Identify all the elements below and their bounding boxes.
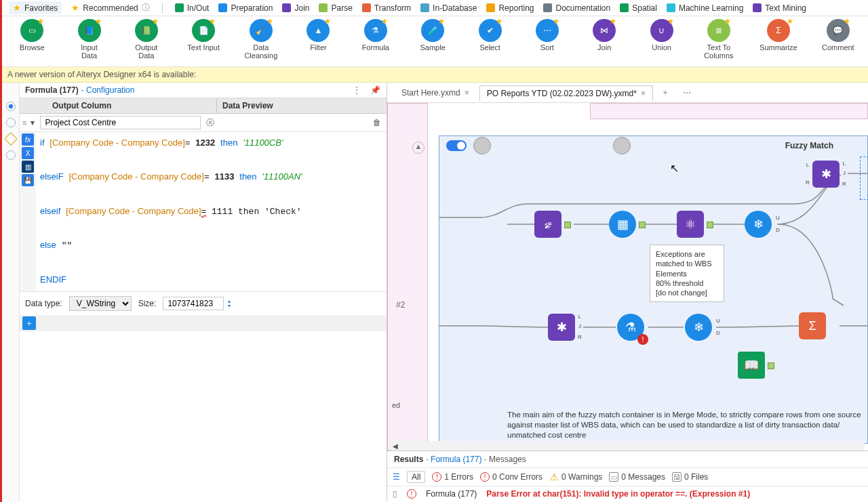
output-column-header: Output Column [47,98,217,113]
list-view-icon[interactable]: ☰ [393,472,400,482]
output-column-input[interactable] [40,116,200,129]
filter-warnings[interactable]: ⚠0 Warnings [549,472,602,482]
tool-join[interactable]: ★⋈Join [588,19,620,51]
avatar [613,137,631,154]
tab-label: Start Here.yxmd [401,88,460,98]
datatype-select[interactable]: V_WString [69,296,132,311]
filter-conv-errors[interactable]: !0 Conv Errors [480,472,542,482]
tool-outputdata[interactable]: ★📗Output Data [130,19,163,60]
kebab-icon[interactable]: ⋮ [353,85,363,95]
tab-po-reports[interactable]: PO Reports YTD (02.02.2023 DW).yxmd* × [479,85,653,101]
category-inout[interactable]: In/Out [175,3,210,13]
fuzzy-match-node[interactable]: ⚛ [677,211,704,238]
container-title: Fuzzy Match [785,141,833,150]
tool-formula[interactable]: ★⚗Formula [359,19,392,51]
drag-handle-icon[interactable]: ≡ [22,119,25,127]
category-transform[interactable]: Transform [362,3,411,13]
fx-icon[interactable]: fx [22,133,34,146]
horizontal-scrollbar[interactable]: ◀ [390,441,865,451]
circle-icon[interactable] [6,118,16,127]
error-icon: ! [407,489,416,499]
tool-textinput[interactable]: ★📄Text Input [187,19,220,51]
variable-icon[interactable]: X [22,147,34,159]
tool-inputdata[interactable]: ★📘Input Data [73,19,105,60]
add-expression-button[interactable]: ＋ [22,316,36,330]
tool-texttocolumns[interactable]: ★≣Text To Columns [703,19,735,60]
results-pane: Results - Formula (177) - Messages ☰ All… [387,451,868,501]
tool-datacleansing[interactable]: ★🧹Data Cleansing [244,19,277,60]
tool-browse[interactable]: ★▭Browse [16,19,48,51]
truncated-text: ed [392,401,400,409]
data-cleansing-node[interactable]: ▦ [609,211,636,238]
tool-sort[interactable]: ★⋯Sort [531,19,564,51]
filter-errors[interactable]: !1 Errors [432,472,473,482]
tool-select[interactable]: ★✔Select [473,19,506,51]
anchor-hash: #2 [396,300,405,310]
tab-label: PO Reports YTD (02.02.2023 DW).yxmd* [487,89,637,98]
close-icon[interactable]: × [465,88,469,98]
update-banner[interactable]: A newer version of Alteryx Designer x64 … [2,67,868,83]
category-spatial[interactable]: Spatial [620,3,657,13]
tag-icon[interactable] [4,132,18,146]
tool-ribbon: ★▭Browse★📘Input Data★📗Output Data★📄Text … [2,16,868,67]
category-parse[interactable]: Parse [319,3,352,13]
filter-messages[interactable]: ▭0 Messages [609,472,665,482]
category-machinelearning[interactable]: Machine Learning [667,3,743,13]
container-caption: The main aim of the fuzzy match containe… [507,410,865,440]
gear-icon[interactable] [6,102,16,111]
error-badge-icon: ! [637,334,648,345]
size-input[interactable] [163,297,224,310]
filter-all-button[interactable]: All [407,471,425,483]
category-recommended[interactable]: ★Recommended ⓘ [71,2,149,14]
new-tab-button[interactable]: ＋ [656,84,675,101]
results-title: Results [394,455,423,464]
collapse-arrow-icon[interactable]: ▲ [412,142,425,154]
category-preparation[interactable]: Preparation [218,3,273,13]
formula-tool-node[interactable]: ⚗ ! [617,314,644,341]
tab-overflow-button[interactable]: ⋯ [677,85,696,100]
size-label: Size: [138,299,157,308]
category-reporting[interactable]: Reporting [486,3,534,13]
tool-union[interactable]: ★∪Union [645,19,677,51]
tool-summarize[interactable]: ★ΣSummarize [760,19,797,51]
info-icon[interactable] [6,150,16,160]
trash-icon[interactable]: 🗑 [373,118,381,127]
category-documentation[interactable]: Documentation [543,3,610,13]
unique-tool-node[interactable]: ❄ U D [685,314,712,341]
result-row[interactable]: ▯ ! Formula (177) Parse Error at char(15… [387,486,868,501]
join-tool-node[interactable]: ✱ L J R [548,314,575,341]
category-textmining[interactable]: Text Mining [753,3,806,13]
tool-comment[interactable]: ★💬Comment [822,19,854,51]
container-toggle[interactable] [446,140,467,151]
canvas-top-zone [590,103,868,119]
summarize-tool-node[interactable]: Σ [799,312,826,339]
size-spinner[interactable]: ▲▼ [226,299,231,308]
tab-start-here[interactable]: Start Here.yxmd × [394,85,477,100]
cursor-icon: ↖ [670,162,679,175]
expression-editor[interactable]: if [Company Code - Company Code]= 1232 t… [36,132,387,291]
join-tool-node[interactable]: ✱ L R L J R [812,161,840,188]
clear-field-icon[interactable]: ⓧ [206,117,214,129]
workflow-tabs: Start Here.yxmd × PO Reports YTD (02.02.… [387,83,868,103]
selection-marquee [860,156,868,200]
annotation-box[interactable]: Exceptions are matched to WBS Elements 8… [650,245,724,302]
workflow-canvas[interactable]: ▲ #2 ed ↖ Fuzzy Match [387,103,868,451]
tool-sample[interactable]: ★🧪Sample [416,19,449,51]
tool-container-fuzzy[interactable]: ↖ Fuzzy Match [439,135,868,444]
unique-tool-node[interactable]: ❄ U D [745,211,772,238]
find-replace-node[interactable]: ⸙ [534,211,561,238]
category-favorites[interactable]: ★Favorites [9,1,62,14]
results-tool-link[interactable]: Formula (177) [431,455,481,464]
config-subtitle: - Configuration [81,85,135,95]
collapse-icon[interactable]: ▾ [28,118,37,127]
filter-files[interactable]: 🖫0 Files [672,472,708,482]
folder-icon[interactable]: ▥ [22,161,34,173]
output-data-node[interactable]: 📖 [738,352,765,379]
left-gutter [2,83,20,501]
pin-icon[interactable]: 📌 [370,85,381,95]
tool-filter[interactable]: ★▲Filter [302,19,334,51]
category-join[interactable]: Join [282,3,309,13]
save-icon[interactable]: 💾 [22,174,34,186]
close-icon[interactable]: × [641,89,646,98]
category-indatabase[interactable]: In-Database [420,3,477,13]
